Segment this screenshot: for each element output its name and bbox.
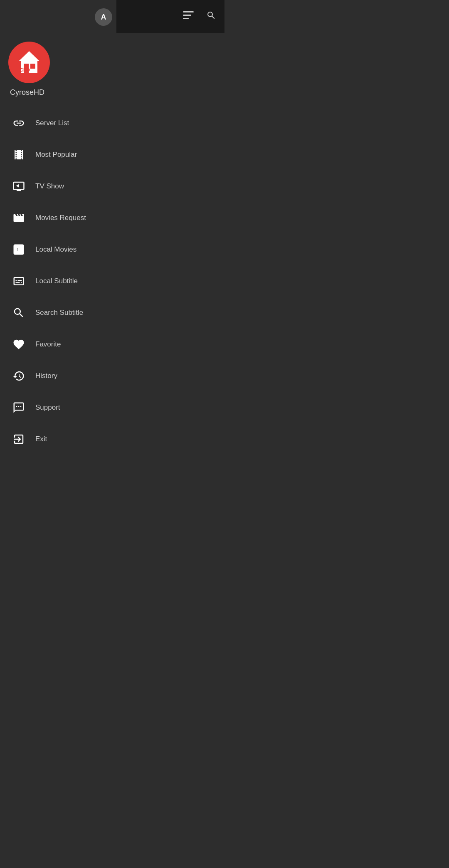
search-subtitle-label: Search Subtitle bbox=[35, 309, 83, 317]
menu-list: Server List Most Popular TV Show Movies … bbox=[0, 101, 224, 461]
local-movies-label: Local Movies bbox=[35, 245, 76, 254]
auto-brightness-button[interactable]: A bbox=[95, 8, 112, 26]
menu-item-favorite[interactable]: Favorite bbox=[0, 329, 224, 360]
exit-label: Exit bbox=[35, 435, 47, 443]
app-name: CyroseHD bbox=[10, 88, 44, 97]
tv-show-label: TV Show bbox=[35, 182, 64, 190]
header-left bbox=[0, 0, 116, 8]
support-icon bbox=[10, 399, 27, 416]
exit-icon bbox=[10, 431, 27, 448]
search-subtitle-icon bbox=[10, 304, 27, 321]
favorite-label: Favorite bbox=[35, 340, 61, 349]
menu-item-movies-request[interactable]: Movies Request bbox=[0, 202, 224, 234]
logo-container: CHD CyroseHD bbox=[0, 33, 224, 101]
menu-item-most-popular[interactable]: Most Popular bbox=[0, 139, 224, 171]
svg-rect-2 bbox=[183, 18, 189, 19]
menu-item-server-list[interactable]: Server List bbox=[0, 107, 224, 139]
menu-item-exit[interactable]: Exit bbox=[0, 423, 224, 455]
app-logo: CHD bbox=[15, 48, 44, 77]
local-movies-icon bbox=[10, 241, 27, 258]
menu-item-local-subtitle[interactable]: Local Subtitle bbox=[0, 265, 224, 297]
menu-item-local-movies[interactable]: Local Movies bbox=[0, 234, 224, 265]
svg-rect-1 bbox=[183, 15, 191, 16]
movies-request-label: Movies Request bbox=[35, 214, 86, 222]
server-list-label: Server List bbox=[35, 119, 69, 127]
movies-request-icon bbox=[10, 210, 27, 226]
local-subtitle-icon bbox=[10, 273, 27, 289]
most-popular-label: Most Popular bbox=[35, 151, 77, 159]
menu-item-tv-show[interactable]: TV Show bbox=[0, 171, 224, 202]
filter-icon[interactable] bbox=[183, 11, 194, 22]
logo-circle: CHD bbox=[8, 42, 50, 83]
server-list-icon bbox=[10, 115, 27, 131]
favorite-icon bbox=[10, 336, 27, 353]
history-icon bbox=[10, 368, 27, 384]
menu-item-history[interactable]: History bbox=[0, 360, 224, 392]
svg-rect-0 bbox=[183, 11, 194, 12]
menu-item-support[interactable]: Support bbox=[0, 392, 224, 423]
history-label: History bbox=[35, 372, 57, 380]
search-icon[interactable] bbox=[206, 10, 216, 23]
header-right bbox=[116, 0, 224, 33]
menu-item-search-subtitle[interactable]: Search Subtitle bbox=[0, 297, 224, 329]
svg-rect-5 bbox=[30, 64, 35, 69]
most-popular-icon bbox=[10, 146, 27, 163]
local-subtitle-label: Local Subtitle bbox=[35, 277, 78, 285]
auto-brightness-label: A bbox=[101, 13, 106, 22]
support-label: Support bbox=[35, 403, 60, 412]
header: A bbox=[0, 0, 224, 33]
svg-text:CHD: CHD bbox=[20, 67, 30, 72]
tv-show-icon bbox=[10, 178, 27, 195]
